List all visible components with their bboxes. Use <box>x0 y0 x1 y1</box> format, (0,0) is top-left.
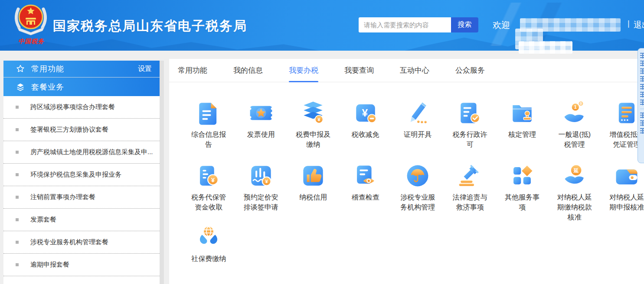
tab-woyaobanshui[interactable]: 我要办税 <box>289 59 318 82</box>
layers-yen-icon: ¥ <box>301 100 326 126</box>
sidebar-item[interactable]: 环境保护税信息采集及申报业务 <box>3 164 160 186</box>
service-item[interactable]: 1 0 一般退(抵)税管理 <box>549 100 601 149</box>
service-item-label: 法律追责与救济事项 <box>451 192 490 212</box>
service-item[interactable]: 法律追责与救济事项 <box>444 163 497 222</box>
emblem-icon <box>12 2 49 39</box>
folder-stamp-icon <box>510 100 535 126</box>
sidebar-item-label: 签署银税三方划缴协议套餐 <box>30 126 160 134</box>
square-bullet-icon <box>16 128 19 131</box>
mountain-silhouette <box>0 38 330 51</box>
service-item[interactable]: 核定管理 <box>496 100 549 149</box>
service-item-label: 社保费缴纳 <box>191 254 226 264</box>
service-item[interactable]: ¥ 税务代保管资金收取 <box>183 163 235 222</box>
document-report-icon <box>196 100 221 126</box>
widget-section-divider <box>640 109 644 134</box>
search-button[interactable]: 搜索 <box>451 17 478 32</box>
sidebar: 常用功能 设置 套餐业务 跨区域涉税事项综合办理套餐 签署银税三方划缴协议套餐 … <box>3 61 160 284</box>
service-item-label: 发票使用 <box>247 129 275 139</box>
clipped-glyph <box>640 61 644 66</box>
service-item-label: 预约定价安排谈签申请 <box>242 192 281 212</box>
svg-text:¥: ¥ <box>318 116 321 122</box>
service-grid-row-2: ¥ 税务代保管资金收取 ¥ 预约定价安排谈签申请 纳税信用 <box>183 163 644 222</box>
sidebar-item-label: 发票套餐 <box>30 216 160 224</box>
service-item[interactable]: 税务行政许可 <box>444 100 497 149</box>
sidebar-item[interactable]: 房产税城镇土地使用税税源信息采集及申... <box>3 141 160 164</box>
service-item[interactable]: 证明开具 <box>392 100 444 149</box>
clipped-glyph <box>640 113 644 118</box>
sidebar-scrollbar[interactable] <box>160 61 164 284</box>
pencil-icon <box>405 100 430 126</box>
gavel-icon <box>458 163 483 188</box>
wallet-icon <box>614 163 639 188</box>
sidebar-item-label: 逾期申报套餐 <box>30 261 160 269</box>
sidebar-item-label: 注销前置事项办理套餐 <box>30 193 160 201</box>
tab-gongzhongfuwu[interactable]: 公众服务 <box>455 59 485 82</box>
svg-text:¥: ¥ <box>211 177 215 184</box>
chart-yen-icon: ¥ <box>248 163 274 188</box>
service-item[interactable]: 纳税信用 <box>287 163 340 222</box>
sidebar-item[interactable]: 注销前置事项办理套餐 <box>3 186 160 209</box>
sidebar-item[interactable]: 发票套餐 <box>3 209 160 231</box>
square-bullet-icon <box>16 173 19 176</box>
clipped-glyph <box>640 100 644 105</box>
square-bullet-icon <box>16 263 19 266</box>
blurred-username <box>519 41 572 54</box>
sidebar-menu: 跨区域涉税事项综合办理套餐 签署银税三方划缴协议套餐 房产税城镇土地使用税税源信… <box>3 96 160 276</box>
ticket-star-icon <box>248 100 274 126</box>
sidebar-section-favorites[interactable]: 常用功能 设置 <box>3 61 160 77</box>
clipped-glyph <box>640 53 644 58</box>
service-grid-row-3: 社保费缴纳 <box>183 225 235 264</box>
tax-bureau-emblem-logo: 中国税务 <box>12 2 49 48</box>
tab-wodexinxi[interactable]: 我的信息 <box>233 59 263 82</box>
sidebar-item[interactable]: 跨区域涉税事项综合办理套餐 <box>3 96 160 119</box>
service-item-label: 稽查检查 <box>352 192 379 202</box>
service-item-label: 涉税专业服务机构管理 <box>398 192 437 212</box>
service-item[interactable]: ¥ 预约定价安排谈签申请 <box>235 163 288 222</box>
clipped-glyph <box>640 76 644 82</box>
service-item-label: 税费申报及缴纳 <box>294 129 333 149</box>
square-bullet-icon <box>16 218 19 221</box>
svg-text:1: 1 <box>574 104 577 110</box>
tab-changyonggongneng[interactable]: 常用功能 <box>178 59 207 82</box>
settings-button[interactable]: 设置 <box>138 65 152 74</box>
square-bullet-icon <box>16 151 19 154</box>
service-item[interactable]: ¥ 税费申报及缴纳 <box>287 100 340 149</box>
sidebar-item[interactable]: 涉税专业服务机构管理套餐 <box>3 231 160 254</box>
service-item-label: 税收减免 <box>352 129 379 139</box>
document-check-icon <box>458 100 483 126</box>
service-grid-row-1: 综合信息报告 发票使用 ¥ 税费申报及缴纳 ¥ <box>183 100 644 149</box>
document-eye-icon <box>353 163 378 188</box>
page-title: 国家税务总局山东省电子税务局 <box>53 17 247 35</box>
svg-text:¥: ¥ <box>265 178 268 184</box>
service-item-label: 对纳税人延期申报核准 <box>607 192 644 212</box>
sidebar-item-label: 环境保护税信息采集及申报业务 <box>30 171 160 179</box>
tab-woyaochaxun[interactable]: 我要查询 <box>344 59 374 82</box>
clipped-glyph <box>640 84 644 90</box>
hands-globe-icon <box>196 225 221 250</box>
service-item[interactable]: ¥ 税收减免 <box>340 100 392 149</box>
service-item[interactable]: 延 对纳税人延期缴纳税款核准 <box>549 163 601 222</box>
service-item[interactable]: 发票使用 <box>235 100 288 149</box>
service-item[interactable]: 对纳税人延期申报核准 <box>601 163 644 222</box>
service-item[interactable]: 涉税专业服务机构管理 <box>392 163 444 222</box>
clipped-glyph <box>640 68 644 74</box>
sidebar-item[interactable]: 逾期申报套餐 <box>3 254 160 276</box>
service-item[interactable]: 其他服务事项 <box>496 163 549 222</box>
sidebar-item[interactable]: 签署银税三方划缴协议套餐 <box>3 119 160 141</box>
service-item-label: 综合信息报告 <box>189 129 228 149</box>
star-icon <box>16 64 25 74</box>
tab-hudongzhongxin[interactable]: 互动中心 <box>400 59 429 82</box>
sidebar-section-packages[interactable]: 套餐业务 <box>3 77 160 96</box>
service-item[interactable]: 稽查检查 <box>340 163 392 222</box>
clipped-glyph <box>640 128 644 134</box>
service-item[interactable]: 综合信息报告 <box>183 100 235 149</box>
service-item-label: 税务行政许可 <box>451 129 490 149</box>
header-divider: | <box>628 19 630 28</box>
sidebar-section-label: 常用功能 <box>31 64 64 74</box>
floating-side-widget[interactable] <box>637 48 644 163</box>
square-bullet-icon <box>16 106 19 109</box>
service-item[interactable]: 社保费缴纳 <box>183 225 235 264</box>
logout-button[interactable]: 退出 <box>634 19 644 31</box>
search-input[interactable] <box>359 17 451 32</box>
svg-text:¥: ¥ <box>362 107 368 119</box>
